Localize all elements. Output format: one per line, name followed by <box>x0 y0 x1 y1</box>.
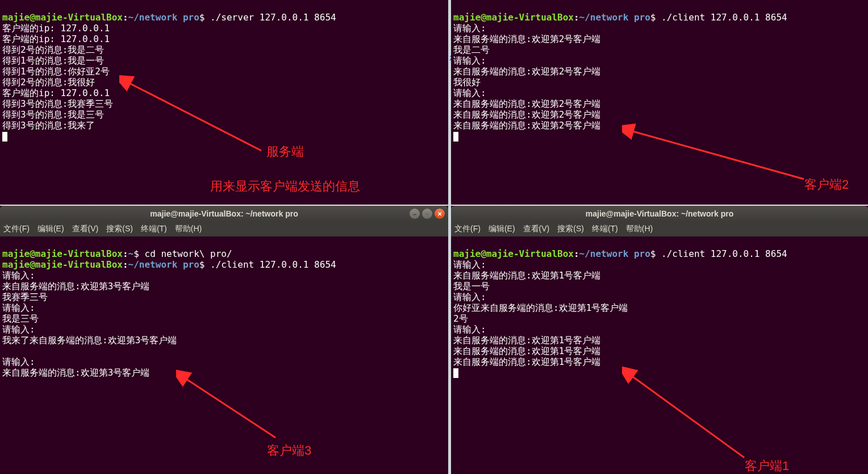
annotation-server-desc: 用来显示客户端发送的信息 <box>210 178 360 195</box>
minimize-button[interactable]: ‒ <box>410 209 420 219</box>
menu-bar: 文件(F) 编辑(E) 查看(V) 搜索(S) 终端(T) 帮助(H) <box>451 222 868 236</box>
menu-search[interactable]: 搜索(S) <box>557 224 584 234</box>
terminal-output: majie@majie-VirtualBox:~$ cd network\ pr… <box>0 236 448 390</box>
terminal-client2[interactable]: majie@majie-VirtualBox:~/network pro$ ./… <box>451 0 868 205</box>
menu-terminal[interactable]: 终端(T) <box>592 224 618 234</box>
window-title: majie@majie-VirtualBox: ~/network pro <box>150 209 298 218</box>
menu-file[interactable]: 文件(F) <box>454 224 481 234</box>
menu-file[interactable]: 文件(F) <box>3 224 30 234</box>
window-titlebar[interactable]: majie@majie-VirtualBox: ~/network pro <box>451 206 868 222</box>
terminal-output: majie@majie-VirtualBox:~/network pro$ ./… <box>451 236 868 390</box>
menu-view[interactable]: 查看(V) <box>523 224 550 234</box>
prompt-user: majie <box>2 12 30 23</box>
menu-search[interactable]: 搜索(S) <box>106 224 133 234</box>
menu-help[interactable]: 帮助(H) <box>175 224 202 234</box>
cursor <box>453 132 458 142</box>
terminal-client1[interactable]: majie@majie-VirtualBox: ~/network pro 文件… <box>451 206 868 474</box>
window-title: majie@majie-VirtualBox: ~/network pro <box>586 209 733 218</box>
menu-terminal[interactable]: 终端(T) <box>141 224 167 234</box>
menu-view[interactable]: 查看(V) <box>72 224 99 234</box>
menu-edit[interactable]: 编辑(E) <box>37 224 64 234</box>
menu-edit[interactable]: 编辑(E) <box>489 224 515 234</box>
terminal-server[interactable]: majie@majie-VirtualBox:~/network pro$ ./… <box>0 0 448 205</box>
cursor <box>453 368 458 378</box>
terminal-output: majie@majie-VirtualBox:~/network pro$ ./… <box>451 0 868 153</box>
cursor <box>2 132 7 142</box>
terminal-output: majie@majie-VirtualBox:~/network pro$ ./… <box>0 0 448 153</box>
menu-bar: 文件(F) 编辑(E) 查看(V) 搜索(S) 终端(T) 帮助(H) <box>0 222 448 236</box>
terminal-client3[interactable]: majie@majie-VirtualBox: ~/network pro ‒ … <box>0 206 448 474</box>
annotation-client3: 客户端3 <box>267 442 311 459</box>
window-buttons: ‒ ▫ ✕ <box>410 209 445 219</box>
annotation-client1: 客户端1 <box>745 458 789 474</box>
window-titlebar[interactable]: majie@majie-VirtualBox: ~/network pro ‒ … <box>0 206 448 222</box>
close-button[interactable]: ✕ <box>435 209 445 219</box>
maximize-button[interactable]: ▫ <box>422 209 432 219</box>
annotation-server-label: 服务端 <box>266 143 304 160</box>
annotation-client2: 客户端2 <box>804 176 849 193</box>
menu-help[interactable]: 帮助(H) <box>626 224 653 234</box>
